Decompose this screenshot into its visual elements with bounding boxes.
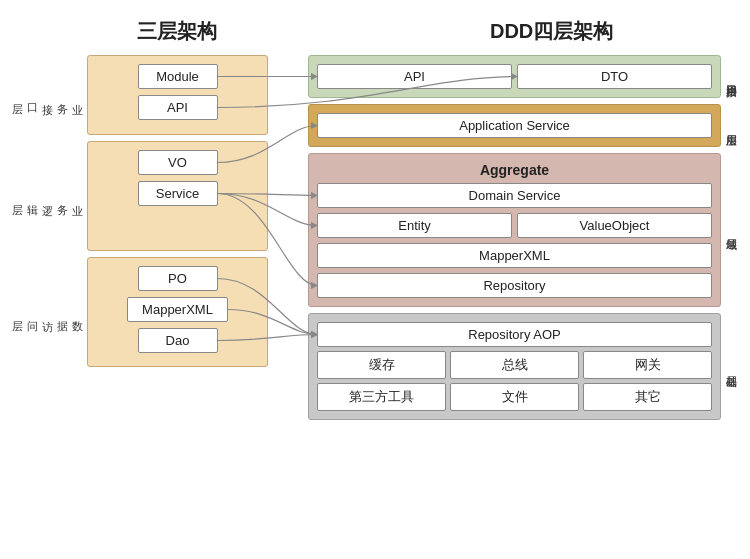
module-box: Module [138, 64, 218, 89]
infra-layer-box: Repository AOP 缓存 总线 网关 第三方工具 文件 其它 [308, 313, 721, 420]
layer-interface: 业务接口层 Module API [8, 55, 268, 135]
domain-layer-box: Aggregate Domain Service Entity ValueObj… [308, 153, 721, 307]
other-box: 其它 [583, 383, 712, 411]
app-layer-box: Application Service [308, 104, 721, 147]
layer-interface-label: 业务接口层 [8, 55, 87, 135]
service-box: Service [138, 181, 218, 206]
layer-infra-right: Repository AOP 缓存 总线 网关 第三方工具 文件 其它 [308, 313, 742, 420]
mapperxml-box-left: MapperXML [127, 297, 228, 322]
infra-grid: Repository AOP 缓存 总线 网关 第三方工具 文件 其它 [317, 322, 712, 411]
valueobject-box: ValueObject [517, 213, 712, 238]
domain-layer-label: 领域层 [721, 153, 742, 307]
vo-box: VO [138, 150, 218, 175]
bus-box: 总线 [450, 351, 579, 379]
left-title: 三层架构 [137, 18, 217, 45]
right-section: API DTO 用户接口层 Application Service 应用层 Ag… [308, 55, 742, 420]
repository-box: Repository [317, 273, 712, 298]
entity-box: Entity [317, 213, 512, 238]
layer-user-right: API DTO 用户接口层 [308, 55, 742, 98]
dto-box: DTO [517, 64, 712, 89]
file-box: 文件 [450, 383, 579, 411]
infra-layer-label: 基础层 [721, 313, 742, 420]
layer-data-label: 数据访问层 [8, 257, 87, 367]
infra-row-2: 第三方工具 文件 其它 [317, 383, 712, 411]
gateway-box: 网关 [583, 351, 712, 379]
user-layer-label: 用户接口层 [721, 55, 742, 98]
infra-row-1: 缓存 总线 网关 [317, 351, 712, 379]
aggregate-title: Aggregate [480, 162, 549, 178]
layer-app-right: Application Service 应用层 [308, 104, 742, 147]
layer-data-box: PO MapperXML Dao [87, 257, 268, 367]
layer-logic-label: 业务逻辑层 [8, 141, 87, 251]
layer-data: 数据访问层 PO MapperXML Dao [8, 257, 268, 367]
mapperxml-box-right: MapperXML [317, 243, 712, 268]
repository-aop-box: Repository AOP [317, 322, 712, 347]
thirdparty-box: 第三方工具 [317, 383, 446, 411]
api-box-left: API [138, 95, 218, 120]
layer-logic: 业务逻辑层 VO Service [8, 141, 268, 251]
entity-row: Entity ValueObject [317, 213, 712, 238]
cache-box: 缓存 [317, 351, 446, 379]
app-service-box: Application Service [317, 113, 712, 138]
layer-logic-box: VO Service [87, 141, 268, 251]
layer-interface-box: Module API [87, 55, 268, 135]
dao-box: Dao [138, 328, 218, 353]
header: 三层架构 DDD四层架构 [0, 0, 750, 55]
connector-gap [268, 55, 308, 420]
user-row: API DTO [317, 64, 712, 89]
right-title: DDD四层架构 [490, 18, 613, 45]
user-layer-box: API DTO [308, 55, 721, 98]
domain-service-box: Domain Service [317, 183, 712, 208]
po-box: PO [138, 266, 218, 291]
app-layer-label: 应用层 [721, 104, 742, 147]
left-section: 业务接口层 Module API 业务逻辑层 VO Service 数据访问层 … [8, 55, 268, 420]
page: 三层架构 DDD四层架构 业务接口层 Module API 业务逻辑层 [0, 0, 750, 559]
layer-domain-right: Aggregate Domain Service Entity ValueObj… [308, 153, 742, 307]
api-box-right: API [317, 64, 512, 89]
